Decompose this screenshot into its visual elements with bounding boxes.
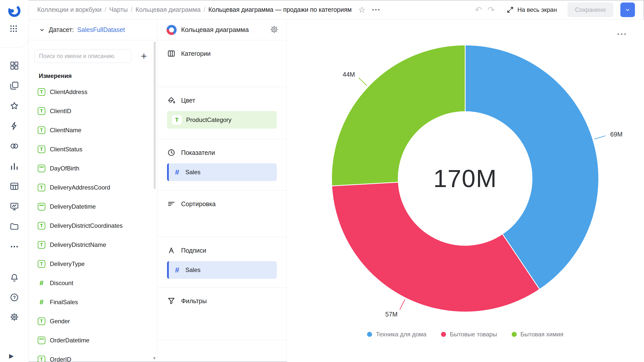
field-type-icon [38,279,45,287]
settings-gear-icon[interactable] [10,312,19,322]
dataset-field[interactable]: DeliveryDistrictCoordinates [29,216,157,235]
dataset-name-link[interactable]: SalesFullDataset [77,26,125,33]
field-search-input[interactable] [34,49,131,63]
dataset-collapse-chevron-icon[interactable] [39,27,45,33]
dashboards-icon[interactable] [10,182,19,191]
chart-preview-area: ••• 69M57M44M 170M Техника для дома Быто… [287,20,644,362]
donut-segment[interactable] [332,182,540,312]
measure-field-chip[interactable]: Sales [167,163,277,181]
scroll-down-icon[interactable]: ▾ [153,355,156,361]
dataset-field[interactable]: OrderID [29,350,157,362]
color-field-chip[interactable]: ProductCategory [167,111,277,129]
chart-settings-gear-icon[interactable] [270,25,279,35]
save-dropdown-button[interactable] [620,3,635,17]
field-type-icon [172,115,182,125]
field-name: ClientStatus [50,146,82,153]
dataset-field[interactable]: OrderDatetime [29,331,157,350]
field-type-icon [38,126,45,134]
filters-icon [167,297,176,305]
section-label-labels: Подписи [181,247,206,254]
donut-value-label: 44M [343,71,355,78]
breadcrumb-item[interactable]: Чарты [109,6,128,13]
undo-icon[interactable]: ↶ [475,6,482,14]
chart-config-panel: Кольцевая диаграмма Категории Цвет [157,20,287,362]
labels-icon [167,246,176,255]
dataset-field[interactable]: DeliveryDatetime [29,197,157,216]
page-title: Кольцевая диаграмма — продажи по категор… [208,6,352,13]
dataset-scrollbar[interactable] [154,42,156,189]
rail-nav [10,61,19,251]
workbooks-icon[interactable] [10,81,19,90]
field-name: DeliveryDistrictName [50,241,106,248]
field-type-icon [38,107,45,115]
dataset-field[interactable]: DayOfBirth [29,159,157,178]
legend-label: Бытовая химия [520,331,564,338]
legend-item[interactable]: Бытовые товары [441,331,497,338]
redo-icon[interactable]: ↷ [488,6,495,14]
datalens-logo[interactable] [8,4,21,18]
apps-grid-icon[interactable] [9,23,20,34]
dimensions-heading: Измерения [39,72,157,79]
dataset-field[interactable]: ClientStatus [29,140,157,159]
chart-legend: Техника для дома Бытовые товары Бытовая … [287,331,644,338]
donut-chart-type-icon[interactable] [167,25,177,35]
dataset-header: Датасет: SalesFullDataset [29,20,157,40]
field-name: DeliveryDatetime [50,203,96,210]
dimensions-list: ClientAddress ClientID ClientName [29,81,157,362]
breadcrumb-item[interactable]: Кольцевая диаграмма [136,6,201,13]
datasets-icon[interactable] [10,141,19,151]
legend-label: Бытовые товары [450,331,497,338]
rail-bottom-group [10,273,19,322]
dataset-field[interactable]: Gender [29,312,157,331]
donut-label-line [594,136,606,139]
section-sort: Сортировка [157,191,286,237]
field-type-icon [38,146,45,153]
notifications-bell-icon[interactable] [10,273,19,283]
field-type-icon [38,184,45,191]
dataset-field[interactable]: FinalSales [29,293,157,312]
save-button[interactable]: Сохранено [568,3,613,17]
legend-item[interactable]: Бытовая химия [512,331,564,338]
label-field-chip[interactable]: Sales [167,261,277,279]
dataset-field[interactable]: DeliveryType [29,254,157,274]
dataset-field[interactable]: ClientName [29,121,157,140]
dataset-label: Датасет: [49,26,74,33]
legend-item[interactable]: Техника для дома [367,331,426,338]
dataset-field[interactable]: Discount [29,274,157,293]
expand-rail-icon[interactable]: ▶ [9,352,14,359]
connections-icon[interactable] [10,121,19,131]
measures-icon [167,148,176,157]
chevron-down-icon [624,7,631,13]
charts-icon[interactable] [10,161,19,171]
fullscreen-label: На весь экран [517,6,557,13]
field-name: OrderDatetime [50,337,89,344]
field-type-icon [38,88,45,96]
section-color: Цвет ProductCategory [157,87,286,139]
dataset-field[interactable]: ClientID [29,102,157,121]
fullscreen-button[interactable]: На весь экран [506,6,557,14]
dataset-field[interactable]: DeliveryAddressCoord [29,178,157,197]
monitoring-icon[interactable] [10,202,19,211]
section-label-measures: Показатели [181,149,215,156]
favorites-star-icon[interactable] [10,101,19,111]
dataset-field[interactable]: DeliveryDistrictName [29,235,157,254]
donut-value-label: 69M [610,131,623,138]
breadcrumb-item[interactable]: Коллекции и воркбуки [37,6,102,13]
more-icon[interactable] [10,242,19,251]
breadcrumb-separator: / [131,6,133,13]
help-icon[interactable] [10,293,19,302]
collections-icon[interactable] [10,61,19,70]
breadcrumb-separator: / [204,6,205,13]
field-name: FinalSales [50,299,78,306]
field-type-icon [38,337,45,344]
favorite-star-icon[interactable]: ☆ [358,6,366,14]
storage-icon[interactable] [10,222,19,231]
datalens-logo-icon [8,4,21,18]
dataset-field[interactable]: ClientAddress [29,82,157,102]
left-icon-rail: ▶ [0,0,29,362]
add-field-button[interactable]: + [137,49,151,63]
header-more-icon[interactable]: ••• [372,6,381,13]
app-window: ▶ Коллекции и воркбуки / Чарты / Кольцев… [0,0,644,362]
categories-icon [167,49,176,58]
donut-value-label: 57M [385,311,398,318]
